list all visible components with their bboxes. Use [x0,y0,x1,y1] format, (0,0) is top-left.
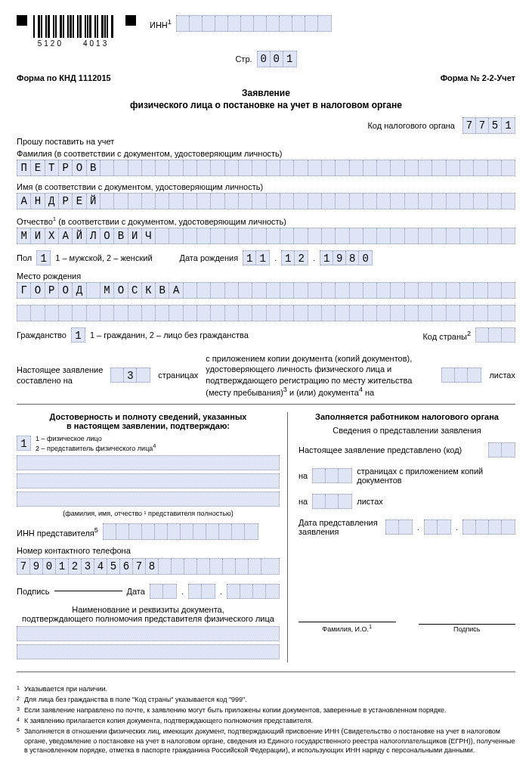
attach-pages-field[interactable]: 3 [110,368,150,383]
off-fio-line[interactable] [298,612,395,622]
r1-field[interactable] [488,442,515,457]
page-field: 001 [257,51,297,67]
name-label: Имя (в соответствии с документом, удосто… [17,182,515,191]
off-fio-caption: Фамилия, И.О.1 [298,623,395,633]
sex-field[interactable]: 1 [36,250,51,265]
role-field[interactable]: 1 [17,436,31,451]
dob-month-field[interactable]: 12 [281,250,308,265]
r2-field[interactable] [312,468,352,483]
footnotes: 1Указывается при наличии. 2Для лица без … [17,684,515,755]
barcode-num-right: 4013 [83,39,109,48]
r4-y[interactable] [462,520,515,535]
attach-pages-label: страницах [158,370,198,380]
form-num-label: Форма № 2-2-Учет [441,73,515,82]
rep-fio-2[interactable] [17,473,280,489]
patronymic-label: Отчество1 (в соответствии с документом, … [17,216,515,226]
inn-label: ИНН1 [150,18,172,29]
doc-title: Наименование и реквизиты документа, подт… [17,605,280,623]
phone-field[interactable]: 79012345678 [17,558,280,575]
patronymic-field[interactable]: МИХАЙЛОВИЧ [17,228,515,244]
sex-label: Пол [17,253,32,262]
attach-sheets-field[interactable] [441,368,481,383]
surname-field[interactable]: ПЕТРОВ [17,160,515,176]
fio-caption: (фамилия, имя, отчество ¹ представителя … [17,510,280,517]
birthplace-field-2[interactable] [17,305,515,321]
r2-suffix: страницах с приложением копий документов [357,467,515,485]
dob-label: Дата рождения [180,253,239,262]
sign-line[interactable] [54,591,122,591]
form-knd-label: Форма по КНД 1112015 [17,73,111,82]
r4-d[interactable] [385,520,413,535]
right-title: Заполняется работником налогового органа [298,412,515,421]
r3-field[interactable] [312,494,352,509]
sign-date-y[interactable] [227,584,280,599]
name-field[interactable]: АНДРЕЙ [17,193,515,209]
doc-field-2[interactable] [17,644,280,659]
off-sign-caption: Подпись [419,625,515,633]
role-hint: 1 – физическое лицо 2 – представитель фи… [36,435,156,452]
r2-prefix: на [298,471,308,480]
tax-org-label: Код налогового органа [367,121,455,130]
request-label: Прошу поставить на учет [17,137,515,146]
citizenship-hint: 1 – гражданин, 2 – лицо без гражданства [90,330,249,340]
inn-field[interactable] [176,15,332,32]
corner-marker-tl2 [125,15,136,26]
date-label: Дата [127,587,145,596]
r3-suffix: листах [357,497,383,506]
country-field[interactable] [475,327,515,343]
r4-m[interactable] [424,520,451,535]
tax-org-field[interactable]: 7751 [462,117,515,134]
sign-date-m[interactable] [188,584,215,599]
attach-description: с приложением копии документа (копий док… [206,353,434,398]
dob-day-field[interactable]: 11 [243,250,270,265]
barcode-num-left: 5120 [38,39,63,48]
off-sign-line[interactable] [419,614,515,625]
inn-rep-label: ИНН представителя5 [17,526,98,538]
attach-prefix: Настоящее заявление составлено на [17,364,103,386]
phone-label: Номер контактного телефона [17,546,280,555]
document-title: Заявление физического лица о постановке … [17,87,515,111]
citizenship-label: Гражданство [17,330,66,340]
attach-sheets-label: листах [489,370,515,380]
sex-hint: 1 – мужской, 2 – женский [55,253,152,262]
barcode: 51204013 [33,15,113,48]
r1-label: Настоящее заявление представлено (код) [298,445,462,454]
sign-date-d[interactable] [150,584,177,599]
sign-label: Подпись [17,587,50,596]
r3-prefix: на [298,497,308,506]
country-label: Код страны2 [422,330,471,341]
page-label: Стр. [235,54,252,64]
r4-label: Дата представления заявления [298,518,378,536]
surname-label: Фамилия (в соответствии с документом, уд… [17,149,515,158]
left-title: Достоверность и полноту сведений, указан… [17,412,280,430]
birthplace-label: Место рождения [17,271,515,281]
rep-fio-3[interactable] [17,492,280,507]
rep-fio-1[interactable] [17,455,280,470]
right-subtitle: Сведения о представлении заявления [298,426,515,435]
dob-year-field[interactable]: 1980 [320,250,373,265]
doc-field-1[interactable] [17,626,280,641]
citizenship-field[interactable]: 1 [71,327,85,343]
inn-rep-field[interactable] [103,523,258,540]
birthplace-field-1[interactable]: ГОРОД МОСКВА [17,282,515,299]
corner-marker-tl [17,15,27,26]
